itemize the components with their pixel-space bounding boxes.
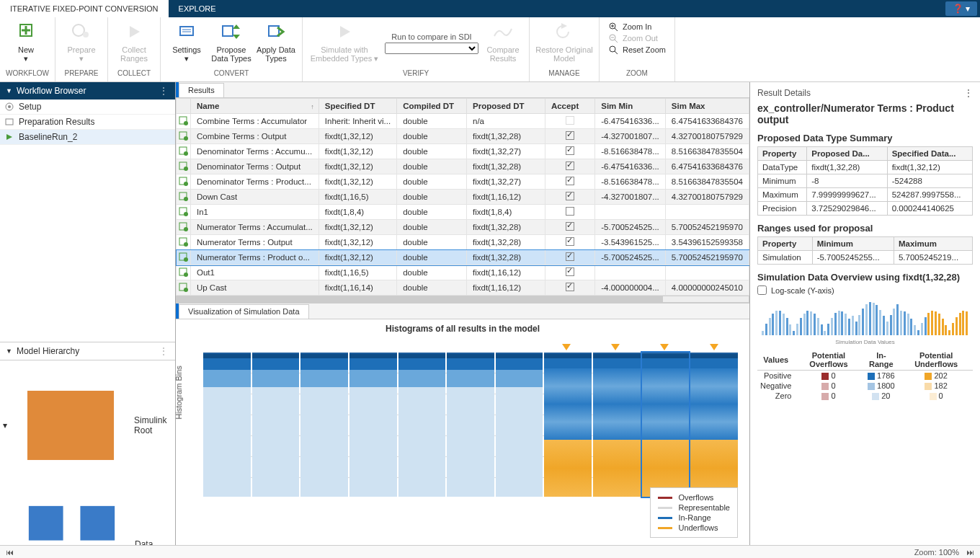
details-heading: ex_controller/Numerator Terms : Product …: [757, 102, 973, 125]
histogram-column[interactable]: [690, 353, 738, 497]
apply-button[interactable]: Apply Data Types: [256, 22, 296, 63]
histogram-column[interactable]: [349, 353, 397, 497]
svg-point-24: [8, 105, 11, 108]
svg-point-21: [610, 46, 615, 52]
histogram-column[interactable]: [252, 353, 300, 497]
svg-point-45: [184, 182, 188, 186]
histogram-column[interactable]: [642, 353, 690, 497]
restore-model-button[interactable]: Restore Original Model: [535, 22, 593, 63]
reset-zoom-button[interactable]: Reset Zoom: [608, 45, 666, 55]
workflow-item-baseline[interactable]: BaselineRun_2: [0, 130, 175, 145]
col-spec[interactable]: Specified DT: [318, 99, 396, 114]
svg-line-15: [615, 28, 618, 31]
histogram-column[interactable]: [203, 353, 251, 497]
svg-rect-29: [80, 506, 115, 541]
underflow-marker-icon: [710, 344, 718, 350]
results-tab[interactable]: Results: [179, 83, 224, 97]
svg-marker-13: [561, 23, 567, 29]
scroll-left-icon[interactable]: ⏮: [6, 548, 14, 557]
tab-explore[interactable]: EXPLORE: [169, 0, 226, 17]
new-button[interactable]: New▾: [6, 22, 46, 63]
svg-point-3: [73, 25, 84, 36]
zoom-out-button[interactable]: Zoom Out: [608, 33, 666, 43]
viz-tab[interactable]: Visualization of Simulation Data: [179, 304, 309, 319]
svg-point-53: [184, 242, 188, 247]
run-compare-label: Run to compare in SDI: [385, 31, 478, 43]
svg-point-41: [184, 151, 188, 156]
svg-rect-27: [27, 391, 114, 460]
compare-results-button[interactable]: Compare Results: [483, 22, 523, 63]
table-row[interactable]: Combine Terms : Outputfixdt(1,32,12)doub…: [177, 129, 749, 144]
details-title: Result Details: [757, 88, 811, 98]
svg-rect-28: [29, 506, 63, 541]
ranges-table: PropertyMinimumMaximum Simulation-5.7005…: [757, 236, 973, 265]
help-button[interactable]: ❓ ▾: [945, 1, 977, 16]
svg-point-49: [184, 212, 188, 216]
model-hierarchy-tree: ▾Simulink Root Data Objects ▾ex_mdlref_c…: [0, 360, 175, 545]
table-row[interactable]: Out1fixdt(1,16,5)doublefixdt(1,16,12): [177, 265, 749, 280]
table-row[interactable]: Numerator Terms : Outputfixdt(1,32,12)do…: [177, 235, 749, 250]
proposed-summary-table: PropertyProposed Da...Specified Data... …: [757, 146, 973, 216]
prepare-button[interactable]: Prepare▾: [61, 22, 102, 63]
table-row[interactable]: Combine Terms : AccumulatorInherit: Inhe…: [177, 114, 749, 129]
table-row[interactable]: Down Castfixdt(1,16,5)doublefixdt(1,16,1…: [177, 190, 749, 205]
tree-root[interactable]: ▾Simulink Root: [0, 363, 175, 487]
horizontal-scrollbar[interactable]: [176, 296, 749, 303]
svg-marker-26: [6, 134, 12, 140]
ribbon: New▾ WORKFLOW Prepare▾ PREPARE Collect R…: [0, 17, 980, 82]
svg-point-39: [184, 136, 188, 141]
col-accept[interactable]: Accept: [545, 99, 594, 114]
viz-title: Histograms of all results in the model: [176, 319, 749, 338]
svg-point-47: [184, 197, 188, 201]
scroll-right-icon[interactable]: ⏭: [966, 548, 974, 557]
svg-point-57: [184, 273, 188, 277]
col-comp[interactable]: Compiled DT: [397, 99, 467, 114]
workflow-item-setup[interactable]: Setup: [0, 99, 175, 115]
run-compare-select[interactable]: [385, 43, 478, 54]
col-smin[interactable]: Sim Min: [595, 99, 666, 114]
tree-data-objects[interactable]: Data Objects: [0, 487, 175, 545]
table-row[interactable]: In1fixdt(1,8,4)doublefixdt(1,8,4): [177, 205, 749, 220]
histogram-column[interactable]: [544, 353, 592, 497]
table-row[interactable]: Denominator Terms : Outputfixdt(1,32,12)…: [177, 159, 749, 174]
table-row[interactable]: Numerator Terms : Product o...fixdt(1,32…: [177, 250, 749, 265]
workflow-browser-header[interactable]: ▼Workflow Browser⋮: [0, 82, 175, 99]
workflow-browser-list: Setup Preparation Results BaselineRun_2: [0, 99, 175, 163]
histogram-column[interactable]: [447, 353, 494, 497]
title-bar: ITERATIVE FIXED-POINT CONVERSION EXPLORE…: [0, 0, 980, 17]
svg-point-4: [83, 32, 89, 37]
zoom-in-button[interactable]: Zoom In: [608, 22, 666, 32]
table-row[interactable]: Numerator Terms : Accumulat...fixdt(1,32…: [177, 220, 749, 235]
histogram-column[interactable]: [593, 353, 641, 497]
histogram-legend: Overflows Representable In-Range Underfl…: [650, 487, 738, 538]
svg-rect-7: [181, 27, 192, 35]
settings-button[interactable]: Settings▾: [166, 22, 207, 63]
collect-ranges-button[interactable]: Collect Ranges: [114, 22, 154, 63]
table-row[interactable]: Up Castfixdt(1,16,14)doublefixdt(1,16,12…: [177, 280, 749, 296]
col-smax[interactable]: Sim Max: [665, 99, 749, 114]
underflow-marker-icon: [660, 344, 669, 350]
histogram-chart[interactable]: Histogram Bins: [176, 338, 749, 545]
workflow-item-prep[interactable]: Preparation Results: [0, 115, 175, 130]
status-bar: ⏮ Zoom: 100% ⏭: [0, 545, 980, 558]
mini-histogram: Simulation Data Values: [757, 299, 973, 345]
model-hierarchy-header[interactable]: ▼Model Hierarchy⋮: [0, 342, 175, 360]
svg-line-19: [615, 40, 618, 43]
svg-line-22: [615, 51, 618, 54]
histogram-column[interactable]: [398, 353, 446, 497]
tab-fixed-point[interactable]: ITERATIVE FIXED-POINT CONVERSION: [0, 0, 169, 17]
table-row[interactable]: Denominator Terms : Accumu...fixdt(1,32,…: [177, 144, 749, 159]
log-scale-checkbox[interactable]: Log-scale (Y-axis): [757, 285, 973, 295]
results-table[interactable]: Name↑ Specified DT Compiled DT Proposed …: [176, 98, 749, 296]
simulate-embedded-button[interactable]: Simulate with Embedded Types ▾: [308, 22, 380, 63]
table-row[interactable]: Denominator Terms : Product...fixdt(1,32…: [177, 174, 749, 190]
propose-button[interactable]: Propose Data Types: [211, 22, 251, 63]
histogram-column[interactable]: [300, 353, 348, 497]
viz-tab-strip: Visualization of Simulation Data: [176, 304, 749, 319]
col-name[interactable]: Name↑: [190, 99, 318, 114]
col-prop[interactable]: Proposed DT: [466, 99, 545, 114]
histogram-column[interactable]: [496, 353, 543, 497]
zoom-label: Zoom: 100%: [914, 548, 959, 557]
svg-point-43: [184, 167, 188, 171]
result-details-panel: Result Details⋮ ex_controller/Numerator …: [749, 82, 980, 545]
